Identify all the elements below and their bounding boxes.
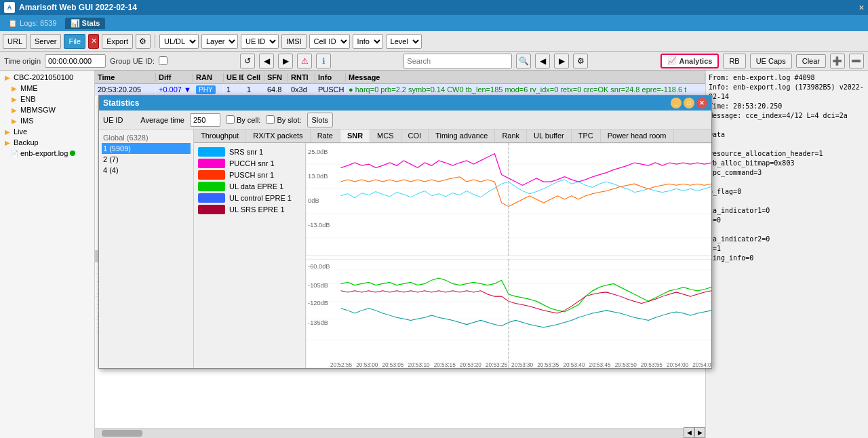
svg-text:20:53:15: 20:53:15	[434, 362, 456, 368]
tab-ul-buffer[interactable]: UL buffer	[527, 130, 572, 142]
imsi-button[interactable]: IMSI	[281, 34, 307, 49]
legend-ul-ctrl-label: UL control EPRE 1	[229, 194, 292, 202]
file-icon: 📄	[9, 148, 19, 158]
reload-icon[interactable]: ↺	[240, 54, 255, 68]
snr-chart: 25.0dB 13.0dB 0dB -13.0dB	[306, 143, 711, 368]
cell-id-select[interactable]: Cell ID	[309, 34, 350, 49]
svg-text:20:53:50: 20:53:50	[615, 362, 637, 368]
by-cell-label: By cell:	[237, 116, 260, 124]
stats-close-btn[interactable]: ✕	[696, 98, 707, 108]
group-ue-checkbox[interactable]	[159, 56, 167, 65]
sidebar-item-ims[interactable]: ▶ IMS	[1, 115, 93, 126]
url-button[interactable]: URL	[3, 34, 27, 49]
file-button[interactable]: File	[64, 34, 85, 49]
tab-coi[interactable]: COI	[401, 130, 429, 142]
time-origin-input[interactable]	[45, 54, 106, 68]
tab-timing[interactable]: Timing advance	[429, 130, 495, 142]
row-cell: 1	[244, 85, 264, 94]
scroll-left-btn[interactable]: ◀	[684, 427, 694, 438]
avg-time-input[interactable]	[190, 113, 220, 127]
legend-pusch[interactable]: PUSCH snr 1	[198, 170, 301, 180]
settings-button[interactable]: ⚙	[136, 34, 151, 49]
scrollbar-thumb[interactable]	[102, 430, 142, 437]
tab-tpc[interactable]: TPC	[572, 130, 601, 142]
tab-rate[interactable]: Rate	[311, 130, 340, 142]
info-select[interactable]: Info	[353, 34, 383, 49]
legend-pucch[interactable]: PUCCH snr 1	[198, 159, 301, 168]
sidebar: ▶ CBC-2021050100 ▶ MME ▶ ENB ▶ MBMSGW ▶ …	[0, 71, 95, 438]
next-icon[interactable]: ▶	[278, 54, 293, 68]
search-prev-icon[interactable]: ◀	[535, 54, 550, 68]
svg-rect-10	[306, 259, 711, 368]
warn-icon[interactable]: ⚠	[297, 54, 312, 68]
svg-text:20:53:55: 20:53:55	[641, 362, 663, 368]
titlebar: A Amarisoft Web GUI 2022-02-14 ✕	[0, 0, 868, 15]
close-icon[interactable]: ✕	[859, 4, 864, 12]
by-slot-checkbox[interactable]	[266, 115, 275, 124]
tab-stats[interactable]: 📊 Stats	[65, 18, 106, 29]
uldl-select[interactable]: UL/DLULDL	[159, 34, 199, 49]
divider-1	[155, 35, 155, 48]
export-button[interactable]: Export	[102, 34, 133, 49]
svg-text:20:54:05: 20:54:05	[692, 362, 711, 368]
tab-mcs[interactable]: MCS	[370, 130, 401, 142]
ue-caps-button[interactable]: UE Caps	[750, 54, 792, 68]
layer-select[interactable]: Layer	[201, 34, 238, 49]
tab-snr[interactable]: SNR	[340, 130, 370, 142]
legend-ul-data[interactable]: UL data EPRE 1	[198, 182, 301, 191]
ue-id-select[interactable]: UE ID	[241, 34, 279, 49]
stats-content: Throughput RX/TX packets Rate SNR MCS CO…	[194, 130, 711, 368]
folder-icon-backup: ▶	[3, 138, 12, 147]
analytics-button[interactable]: 📈 Analytics	[660, 54, 719, 68]
stats-restore-btn[interactable]: □	[684, 98, 694, 108]
sidebar-item-backup[interactable]: ▶ Backup	[1, 137, 93, 148]
search-input[interactable]	[403, 54, 512, 68]
legend-ul-srs[interactable]: UL SRS EPRE 1	[198, 205, 301, 214]
sidebar-item-root[interactable]: ▶ CBC-2021050100	[1, 72, 93, 83]
search-opt-icon[interactable]: ⚙	[573, 54, 588, 68]
add-icon[interactable]: ➕	[830, 54, 845, 68]
legend-pusch-color	[198, 170, 225, 180]
search-next-icon[interactable]: ▶	[554, 54, 569, 68]
expand-icon: ▶	[3, 73, 12, 82]
clear-button[interactable]: Clear	[796, 54, 826, 68]
search-exec-icon[interactable]: 🔍	[516, 54, 531, 68]
stats-minimize-btn[interactable]: _	[671, 98, 682, 108]
slots-button[interactable]: Slots	[307, 113, 333, 127]
ue-item-1[interactable]: 1 (5909)	[102, 143, 191, 154]
by-cell-checkbox[interactable]	[226, 115, 235, 124]
ue-item-2[interactable]: 2 (7)	[102, 154, 191, 165]
info-icon[interactable]: ℹ	[316, 54, 331, 68]
sidebar-item-live[interactable]: ▶ Live	[1, 126, 93, 137]
horizontal-scrollbar[interactable]: ◀ ▶	[95, 429, 705, 438]
tab-rank[interactable]: Rank	[495, 130, 527, 142]
ue-item-3[interactable]: 4 (4)	[102, 165, 191, 176]
svg-text:-60.0dB: -60.0dB	[308, 263, 330, 270]
sidebar-item-mbmsgw[interactable]: ▶ MBMSGW	[1, 104, 93, 115]
svg-text:20:53:30: 20:53:30	[511, 362, 533, 368]
tab-logs[interactable]: 📋 Logs: 8539	[3, 18, 62, 29]
svg-text:20:53:10: 20:53:10	[408, 362, 430, 368]
stats-toolbar: UE ID Average time By cell: By slot: Slo…	[99, 111, 711, 130]
tab-throughput[interactable]: Throughput	[194, 130, 246, 142]
sidebar-item-logfile[interactable]: 📄 enb-export.log	[1, 148, 93, 159]
svg-text:20:53:35: 20:53:35	[537, 362, 559, 368]
legend-ul-ctrl[interactable]: UL control EPRE 1	[198, 193, 301, 203]
svg-text:25.0dB: 25.0dB	[308, 148, 328, 155]
remove-icon[interactable]: ➖	[849, 54, 864, 68]
error-button[interactable]: ✕	[88, 34, 99, 49]
legend-ul-srs-color	[198, 205, 225, 214]
level-select[interactable]: Level	[386, 34, 422, 49]
scroll-right-btn[interactable]: ▶	[694, 427, 705, 438]
sidebar-item-enb[interactable]: ▶ ENB	[1, 94, 93, 104]
table-row[interactable]: 20:53:20.205 +0.007 ▼ PHY 1 1 64.8 0x3d …	[95, 84, 705, 96]
folder-icon-mbmsgw: ▶	[9, 105, 19, 115]
legend-srs[interactable]: SRS snr 1	[198, 147, 301, 157]
rb-button[interactable]: RB	[723, 54, 745, 68]
tab-power[interactable]: Power head room	[601, 130, 674, 142]
server-button[interactable]: Server	[30, 34, 61, 49]
tab-rxtx[interactable]: RX/TX packets	[246, 130, 310, 142]
sidebar-item-mme[interactable]: ▶ MME	[1, 83, 93, 94]
col-header-sfn: SFN	[264, 73, 288, 81]
prev-icon[interactable]: ◀	[259, 54, 274, 68]
